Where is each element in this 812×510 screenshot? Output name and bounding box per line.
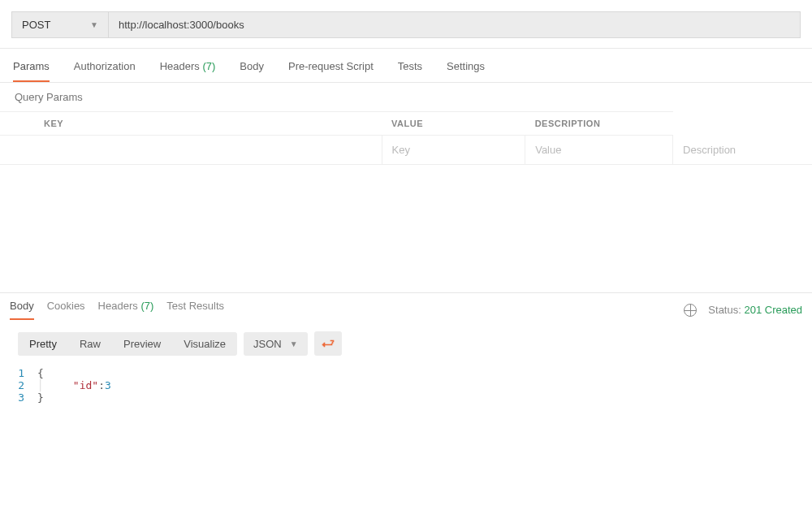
tab-prerequest[interactable]: Pre-request Script: [288, 60, 374, 82]
globe-icon[interactable]: [684, 304, 697, 317]
response-tabs: Body Cookies Headers (7) Test Results St…: [0, 292, 812, 320]
status-block: Status: 201 Created: [708, 304, 802, 316]
status-label: Status:: [708, 304, 741, 316]
tab-headers-count: (7): [202, 60, 215, 72]
view-mode-segment: Pretty Raw Preview Visualize: [18, 332, 237, 356]
table-row: [0, 136, 812, 165]
code-token: "id": [73, 379, 98, 391]
view-visualize[interactable]: Visualize: [172, 332, 237, 356]
chevron-down-icon: ▼: [290, 339, 298, 348]
status-value: 201 Created: [744, 304, 802, 316]
request-url-input[interactable]: [109, 11, 801, 38]
param-value-input[interactable]: [525, 136, 672, 164]
tab-params[interactable]: Params: [13, 60, 50, 82]
tab-authorization[interactable]: Authorization: [74, 60, 136, 82]
format-bar: Pretty Raw Preview Visualize JSON ▼ ⮐: [0, 320, 812, 362]
param-description-input[interactable]: [673, 136, 812, 164]
param-key-input[interactable]: [382, 136, 525, 164]
column-header-key: KEY: [0, 112, 382, 136]
response-headers-count: (7): [140, 300, 153, 312]
content-type-select[interactable]: JSON ▼: [244, 332, 308, 356]
row-handle[interactable]: [0, 136, 382, 165]
column-header-description: DESCRIPTION: [525, 112, 673, 136]
column-header-value: VALUE: [382, 112, 525, 136]
wrap-icon: ⮐: [322, 336, 335, 351]
line-number: 1: [18, 367, 37, 379]
line-number: 3: [18, 391, 37, 404]
code-token: }: [37, 391, 44, 404]
code-token: {: [37, 367, 44, 379]
code-token: 3: [105, 379, 111, 391]
wrap-lines-button[interactable]: ⮐: [314, 331, 342, 356]
response-headers-label: Headers: [98, 300, 138, 312]
query-params-table: KEY VALUE DESCRIPTION: [0, 111, 812, 165]
chevron-down-icon: ▼: [90, 20, 98, 29]
response-tab-headers[interactable]: Headers (7): [98, 300, 154, 320]
tab-settings[interactable]: Settings: [447, 60, 485, 82]
code-token: :: [98, 379, 105, 391]
response-tab-cookies[interactable]: Cookies: [47, 300, 85, 320]
view-preview[interactable]: Preview: [112, 332, 172, 356]
tab-headers[interactable]: Headers (7): [160, 60, 216, 82]
query-params-label: Query Params: [0, 83, 812, 111]
tab-tests[interactable]: Tests: [398, 60, 422, 82]
http-method-select[interactable]: POST ▼: [11, 11, 109, 38]
http-method-label: POST: [22, 19, 50, 31]
response-tab-body[interactable]: Body: [10, 300, 34, 320]
tab-headers-label: Headers: [160, 60, 200, 72]
response-body-viewer[interactable]: 1 { 2 │ "id": 3 3 }: [0, 362, 812, 404]
content-type-label: JSON: [253, 338, 282, 350]
view-pretty[interactable]: Pretty: [18, 332, 68, 356]
response-tab-test-results[interactable]: Test Results: [166, 300, 224, 320]
request-tabs: Params Authorization Headers (7) Body Pr…: [0, 48, 812, 83]
tab-body[interactable]: Body: [240, 60, 264, 82]
fold-guide: │: [37, 379, 50, 391]
view-raw[interactable]: Raw: [68, 332, 112, 356]
line-number: 2: [18, 379, 37, 391]
